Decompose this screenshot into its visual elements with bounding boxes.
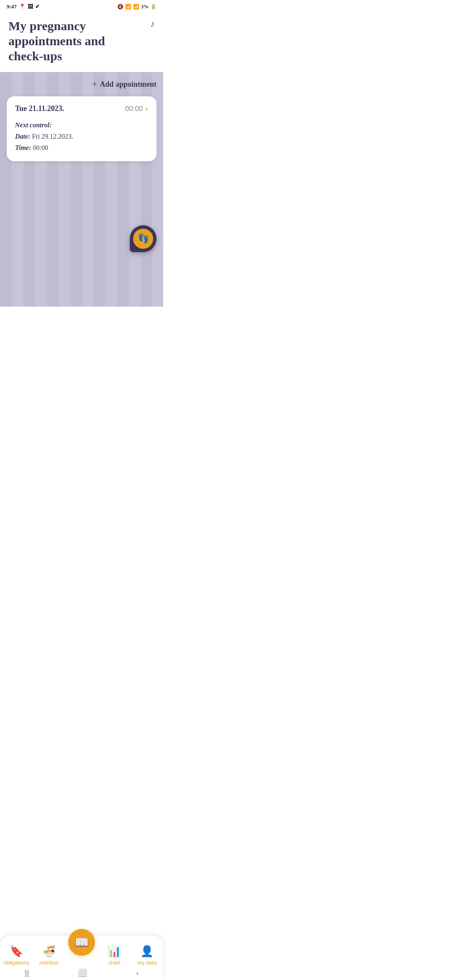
status-right: 🔇 📶 📶 3% 🔋 (117, 4, 157, 10)
battery-icon: 🔋 (150, 4, 157, 10)
appointment-card[interactable]: Tue 21.11.2023. 00:00 › Next control: Da… (7, 96, 157, 161)
add-appointment-label: Add appointment (100, 80, 157, 89)
chevron-right-icon[interactable]: › (145, 104, 148, 113)
status-left: 9:47 📍 🖼 ✔ (7, 3, 40, 10)
add-appointment-button[interactable]: + Add appointment (92, 79, 157, 90)
baby-feet-icon: 👣 (138, 233, 149, 244)
check-icon: ✔ (35, 3, 40, 10)
date-label: Date: (15, 133, 32, 140)
location-icon: 📍 (19, 3, 26, 10)
music-icon[interactable]: ♪ (150, 18, 155, 29)
next-date-value: Fri 29.12.2023. (32, 133, 73, 140)
fab-button[interactable]: 👣 (130, 225, 157, 252)
time-display: 9:47 (7, 3, 17, 10)
appointment-date: Tue 21.11.2023. (15, 104, 64, 113)
card-time-row: 00:00 › (125, 104, 148, 113)
main-content: + Add appointment Tue 21.11.2023. 00:00 … (0, 72, 163, 307)
photo-icon: 🖼 (28, 3, 33, 10)
card-body: Next control: Date: Fri 29.12.2023. Time… (15, 119, 148, 154)
header: My pregnancy appointments and check-ups … (0, 12, 163, 72)
card-header: Tue 21.11.2023. 00:00 › (15, 104, 148, 113)
status-bar: 9:47 📍 🖼 ✔ 🔇 📶 📶 3% 🔋 (0, 0, 163, 12)
battery-display: 3% (141, 4, 149, 10)
add-plus-icon: + (92, 79, 97, 90)
wifi-icon: 📶 (125, 4, 131, 10)
next-time-value: 00:00 (33, 144, 48, 151)
appointment-time: 00:00 (125, 105, 143, 113)
next-control-text: Next control: (15, 121, 52, 129)
page-title: My pregnancy appointments and check-ups (8, 18, 142, 64)
next-date-row: Date: Fri 29.12.2023. (15, 131, 148, 142)
mute-icon: 🔇 (117, 4, 123, 10)
signal-icon: 📶 (133, 4, 139, 10)
add-appointment-row: + Add appointment (7, 79, 157, 90)
time-label: Time: (15, 144, 33, 151)
next-time-row: Time: 00:00 (15, 142, 148, 153)
next-control-label: Next control: (15, 119, 148, 131)
fab-inner-circle: 👣 (133, 229, 153, 249)
